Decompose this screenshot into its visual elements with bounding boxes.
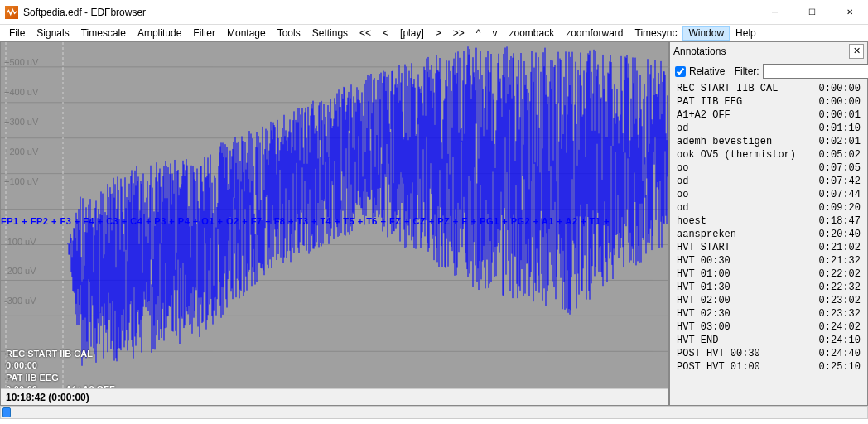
- menu--[interactable]: >>: [447, 26, 470, 41]
- annotation-time: 0:00:00: [813, 96, 861, 108]
- annotation-row[interactable]: ademh bevestigen0:02:01: [670, 135, 867, 148]
- annotation-row[interactable]: HVT 01:000:22:02: [670, 267, 867, 281]
- annotation-row[interactable]: HVT 02:000:23:02: [670, 294, 867, 307]
- filter-label: Filter:: [735, 65, 760, 77]
- annotation-desc: REC START IIB CAL: [677, 83, 778, 94]
- menu-signals[interactable]: Signals: [31, 26, 75, 41]
- annotation-row[interactable]: HVT END0:24:10: [670, 334, 867, 347]
- annotation-row[interactable]: od0:01:10: [670, 122, 867, 135]
- annotation-time: 0:02:01: [813, 136, 861, 147]
- annotations-close-button[interactable]: ✕: [849, 44, 864, 59]
- annotation-time: 0:21:32: [813, 255, 861, 267]
- annotation-time: 0:09:20: [813, 202, 861, 214]
- menu--play-[interactable]: [play]: [394, 26, 430, 41]
- annotation-desc: HVT 01:00: [677, 268, 731, 280]
- menu-filter[interactable]: Filter: [187, 26, 221, 41]
- annotation-row[interactable]: od0:07:42: [670, 175, 867, 188]
- annotation-row[interactable]: od0:09:20: [670, 201, 867, 214]
- annotation-time: 0:24:10: [813, 335, 861, 346]
- annotations-list[interactable]: REC START IIB CAL0:00:00PAT IIB EEG0:00:…: [670, 82, 867, 405]
- annotation-row[interactable]: ook OV5 (thermistor)0:05:02: [670, 148, 867, 161]
- annotation-marker: REC START IIB CAL: [6, 349, 93, 359]
- annotation-marker: PAT IIB EEG: [6, 373, 59, 383]
- annotation-desc: od: [677, 176, 688, 187]
- menu-file[interactable]: File: [3, 26, 31, 41]
- filter-input[interactable]: [763, 64, 868, 79]
- annotation-marker: 0:00:00: [6, 360, 37, 370]
- menu-montage[interactable]: Montage: [221, 26, 272, 41]
- annotation-row[interactable]: POST HVT 00:300:24:40: [670, 347, 867, 360]
- y-axis-label: +100 uV: [4, 176, 38, 186]
- signal-viewer[interactable]: +500 uV+400 uV+300 uV+200 uV+100 uV-100 …: [0, 41, 669, 406]
- annotation-desc: POST HVT 00:30: [677, 348, 760, 359]
- annotation-row[interactable]: hoest0:18:47: [670, 214, 867, 228]
- menu-settings[interactable]: Settings: [306, 26, 354, 41]
- menu-zoomback[interactable]: zoomback: [503, 26, 560, 41]
- relative-label: Relative: [689, 65, 725, 77]
- y-axis-label: -300 uV: [4, 296, 36, 306]
- y-axis-label: +300 uV: [4, 117, 38, 127]
- status-bar: 10:18:42 (0:00:00): [1, 388, 668, 405]
- annotation-desc: HVT 03:00: [677, 321, 731, 333]
- menu-help[interactable]: Help: [730, 26, 762, 41]
- app-icon: [5, 6, 18, 19]
- channel-labels: FP1 + FP2 + F3 + F4 + C3 + C4 + P3 + P4 …: [1, 216, 668, 226]
- annotations-title: Annotations: [673, 46, 726, 57]
- y-axis-label: -100 uV: [4, 237, 36, 247]
- annotation-time: 0:22:02: [813, 268, 861, 280]
- scrollbar-thumb[interactable]: [2, 407, 11, 417]
- annotation-desc: A1+A2 OFF: [677, 109, 731, 121]
- annotation-row[interactable]: A1+A2 OFF0:00:01: [670, 108, 867, 122]
- menu--[interactable]: <: [377, 26, 394, 41]
- annotation-row[interactable]: aanspreken0:20:40: [670, 228, 867, 241]
- minimize-button[interactable]: ─: [756, 0, 793, 25]
- menu--[interactable]: >: [430, 26, 447, 41]
- annotation-row[interactable]: PAT IIB EEG0:00:00: [670, 95, 867, 108]
- maximize-button[interactable]: ☐: [793, 0, 831, 25]
- annotation-row[interactable]: HVT 00:300:21:32: [670, 254, 867, 267]
- annotations-panel: Annotations ✕ Relative Filter: Inv. REC …: [669, 41, 868, 406]
- annotation-time: 0:23:32: [813, 308, 861, 320]
- y-axis-label: -200 uV: [4, 266, 36, 276]
- menu-zoomforward[interactable]: zoomforward: [560, 26, 629, 41]
- annotation-desc: ademh bevestigen: [677, 136, 772, 147]
- menu-timesync[interactable]: Timesync: [629, 26, 683, 41]
- y-axis-label: +200 uV: [4, 147, 38, 157]
- annotation-row[interactable]: POST HVT 01:000:25:10: [670, 360, 867, 373]
- titlebar: Softpedia.edf - EDFbrowser ─ ☐ ✕: [0, 0, 868, 25]
- annotation-desc: HVT START: [677, 242, 731, 253]
- annotation-row[interactable]: HVT 03:000:24:02: [670, 320, 867, 334]
- annotation-row[interactable]: oo0:07:44: [670, 188, 867, 201]
- menu-v[interactable]: v: [486, 26, 503, 41]
- annotation-time: 0:00:00: [813, 83, 861, 94]
- annotation-time: 0:23:02: [813, 295, 861, 306]
- annotation-desc: PAT IIB EEG: [677, 96, 742, 108]
- annotation-desc: HVT 00:30: [677, 255, 731, 267]
- menu--[interactable]: ^: [470, 26, 487, 41]
- annotation-time: 0:07:05: [813, 162, 861, 174]
- annotation-row[interactable]: HVT START0:21:02: [670, 241, 867, 254]
- annotation-time: 0:25:10: [813, 361, 861, 373]
- menu-timescale[interactable]: Timescale: [75, 26, 132, 41]
- menu-tools[interactable]: Tools: [272, 26, 306, 41]
- annotation-desc: HVT 01:30: [677, 282, 731, 293]
- annotation-desc: od: [677, 202, 688, 214]
- annotation-desc: ook OV5 (thermistor): [677, 149, 796, 161]
- relative-checkbox[interactable]: [675, 66, 686, 77]
- horizontal-scrollbar[interactable]: [0, 406, 868, 419]
- annotation-time: 0:05:02: [813, 149, 861, 161]
- close-button[interactable]: ✕: [831, 0, 868, 25]
- annotation-time: 0:24:40: [813, 348, 861, 359]
- annotation-row[interactable]: oo0:07:05: [670, 161, 867, 175]
- annotation-desc: od: [677, 123, 688, 134]
- menu-amplitude[interactable]: Amplitude: [132, 26, 187, 41]
- annotation-time: 0:21:02: [813, 242, 861, 253]
- annotation-row[interactable]: HVT 01:300:22:32: [670, 281, 867, 294]
- menu--[interactable]: <<: [354, 26, 377, 41]
- annotation-desc: aanspreken: [677, 229, 736, 240]
- annotation-row[interactable]: HVT 02:300:23:32: [670, 307, 867, 320]
- menu-window[interactable]: Window: [682, 26, 730, 41]
- annotation-time: 0:22:32: [813, 282, 861, 293]
- annotation-desc: HVT END: [677, 335, 718, 346]
- annotation-row[interactable]: REC START IIB CAL0:00:00: [670, 82, 867, 95]
